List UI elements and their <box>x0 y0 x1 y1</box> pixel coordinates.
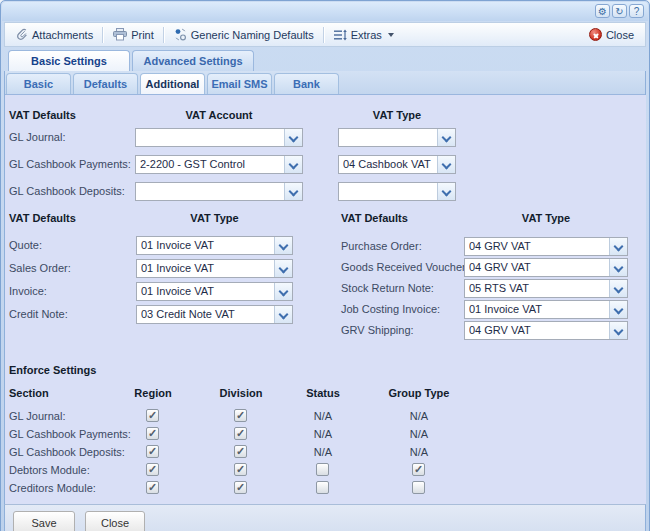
tab-advanced-settings[interactable]: Advanced Settings <box>132 50 254 71</box>
sales-order-vattype-select[interactable]: 01 Invoice VAT <box>136 259 293 278</box>
dropdown-trigger[interactable] <box>609 259 627 276</box>
gl-journal-division-checkbox[interactable]: ✓ <box>234 409 247 422</box>
enforce-col-region: Region <box>123 387 183 399</box>
creditors-module-status-checkbox[interactable] <box>316 481 329 494</box>
footer-close-button[interactable]: Close <box>85 511 145 531</box>
dropdown-trigger[interactable] <box>609 322 627 339</box>
chevron-down-icon <box>442 160 452 170</box>
gl-cashbook-deposits-status-na: N/A <box>293 444 353 460</box>
print-label: Print <box>131 29 154 41</box>
extras-label: Extras <box>351 29 382 41</box>
toolbar-close-button[interactable]: Close <box>583 26 640 43</box>
dropdown-trigger[interactable] <box>437 156 455 173</box>
vat-defaults-header-1: VAT Defaults <box>9 109 76 121</box>
gl-cashbook-payments-division-checkbox[interactable]: ✓ <box>234 427 247 440</box>
gl-cashbook-payments-region-checkbox[interactable]: ✓ <box>146 427 159 440</box>
gl-journal-account-value <box>140 129 282 146</box>
goods-received-voucher-vattype-select[interactable]: 04 GRV VAT <box>464 258 628 277</box>
gl-cashbook-deposits-label: GL Cashbook Deposits: <box>9 182 125 201</box>
gl-cashbook-deposits-vattype-select[interactable] <box>338 182 456 201</box>
dropdown-trigger[interactable] <box>274 306 292 323</box>
gl-cashbook-payments-account-select[interactable]: 2-2200 - GST Control <box>135 155 303 174</box>
gl-journal-label: GL Journal: <box>9 128 65 147</box>
dropdown-trigger[interactable] <box>437 129 455 146</box>
gl-cashbook-payments-vattype-value: 04 Cashbook VAT <box>343 156 435 173</box>
refresh-button[interactable]: ↻ <box>612 4 627 18</box>
purchase-order-label: Purchase Order: <box>341 237 422 256</box>
grv-shipping-label: GRV Shipping: <box>341 321 414 340</box>
dropdown-trigger[interactable] <box>274 237 292 254</box>
gl-journal-vattype-select[interactable] <box>338 128 456 147</box>
gl-cashbook-deposits-account-select[interactable] <box>135 182 303 201</box>
gl-journal-status-na: N/A <box>293 408 353 424</box>
debtors-module-region-checkbox[interactable]: ✓ <box>146 463 159 476</box>
close-x-icon <box>589 28 602 41</box>
credit-note-vattype-select[interactable]: 03 Credit Note VAT <box>136 305 293 324</box>
dropdown-trigger[interactable] <box>284 129 302 146</box>
gl-journal-account-select[interactable] <box>135 128 303 147</box>
vat-defaults-header-2: VAT Defaults <box>9 212 76 224</box>
grv-shipping-vattype-select[interactable]: 04 GRV VAT <box>464 321 628 340</box>
settings-window: ⚙ ↻ ? Attachments Print <box>0 0 650 531</box>
dropdown-trigger[interactable] <box>284 156 302 173</box>
creditors-module-region-checkbox[interactable]: ✓ <box>146 481 159 494</box>
gl-cashbook-payments-grouptype-na: N/A <box>379 426 459 442</box>
invoice-vattype-value: 01 Invoice VAT <box>141 283 272 300</box>
gl-cashbook-deposits-region-checkbox[interactable]: ✓ <box>146 445 159 458</box>
purchase-order-vattype-select[interactable]: 04 GRV VAT <box>464 237 628 256</box>
dropdown-trigger[interactable] <box>609 238 627 255</box>
invoice-vattype-select[interactable]: 01 Invoice VAT <box>136 282 293 301</box>
debtors-module-division-checkbox[interactable]: ✓ <box>234 463 247 476</box>
sales-order-label: Sales Order: <box>9 259 71 278</box>
dropdown-trigger[interactable] <box>284 183 302 200</box>
gl-cashbook-payments-status-na: N/A <box>293 426 353 442</box>
toolbar-separator <box>163 27 165 43</box>
tab-additional[interactable]: Additional <box>140 73 205 94</box>
gear-button[interactable]: ⚙ <box>595 4 610 18</box>
tab-bank-details[interactable]: Bank Details <box>274 73 339 94</box>
chevron-down-icon <box>614 263 624 273</box>
dropdown-trigger[interactable] <box>437 183 455 200</box>
help-button[interactable]: ? <box>629 4 644 18</box>
stock-return-note-vattype-select[interactable]: 05 RTS VAT <box>464 279 628 298</box>
creditors-module-division-checkbox[interactable]: ✓ <box>234 481 247 494</box>
job-costing-invoice-vattype-value: 01 Invoice VAT <box>469 301 607 318</box>
dropdown-trigger[interactable] <box>274 260 292 277</box>
debtors-module-status-checkbox[interactable] <box>316 463 329 476</box>
extras-button[interactable]: Extras <box>328 27 400 43</box>
gl-cashbook-deposits-division-checkbox[interactable]: ✓ <box>234 445 247 458</box>
dropdown-trigger[interactable] <box>609 280 627 297</box>
gl-journal-grouptype-na: N/A <box>379 408 459 424</box>
toolbar-close-label: Close <box>606 29 634 41</box>
titlebar-tools: ⚙ ↻ ? <box>595 4 644 18</box>
tab-defaults[interactable]: Defaults <box>73 73 138 94</box>
tab-email-sms[interactable]: Email SMS <box>207 73 272 94</box>
vat-type-header-1: VAT Type <box>338 109 456 121</box>
chevron-down-icon <box>442 133 452 143</box>
tab-basic-settings[interactable]: Basic Settings <box>8 50 130 71</box>
main-tab-bar: Basic Settings Advanced Settings <box>4 48 646 71</box>
tab-basic[interactable]: Basic <box>6 73 71 94</box>
gl-cashbook-payments-vattype-select[interactable]: 04 Cashbook VAT <box>338 155 456 174</box>
vat-account-header: VAT Account <box>135 109 303 121</box>
save-button[interactable]: Save <box>13 511 75 531</box>
attachments-button[interactable]: Attachments <box>10 26 99 43</box>
quote-vattype-value: 01 Invoice VAT <box>141 237 272 254</box>
quote-vattype-select[interactable]: 01 Invoice VAT <box>136 236 293 255</box>
gl-journal-vattype-value <box>343 129 435 146</box>
generic-naming-defaults-button[interactable]: Generic Naming Defaults <box>168 26 320 43</box>
chevron-down-icon <box>442 187 452 197</box>
dropdown-trigger[interactable] <box>274 283 292 300</box>
debtors-module-grouptype-checkbox[interactable]: ✓ <box>412 463 425 476</box>
chevron-down-icon <box>279 241 289 251</box>
generic-naming-defaults-label: Generic Naming Defaults <box>191 29 314 41</box>
chevron-down-icon <box>279 287 289 297</box>
enforce-gl-journal-label: GL Journal: <box>9 408 65 424</box>
gl-journal-region-checkbox[interactable]: ✓ <box>146 409 159 422</box>
dropdown-trigger[interactable] <box>609 301 627 318</box>
creditors-module-grouptype-checkbox[interactable] <box>412 481 425 494</box>
enforce-creditors-module-label: Creditors Module: <box>9 480 96 496</box>
stock-return-note-label: Stock Return Note: <box>341 279 434 298</box>
print-button[interactable]: Print <box>107 26 160 43</box>
job-costing-invoice-vattype-select[interactable]: 01 Invoice VAT <box>464 300 628 319</box>
